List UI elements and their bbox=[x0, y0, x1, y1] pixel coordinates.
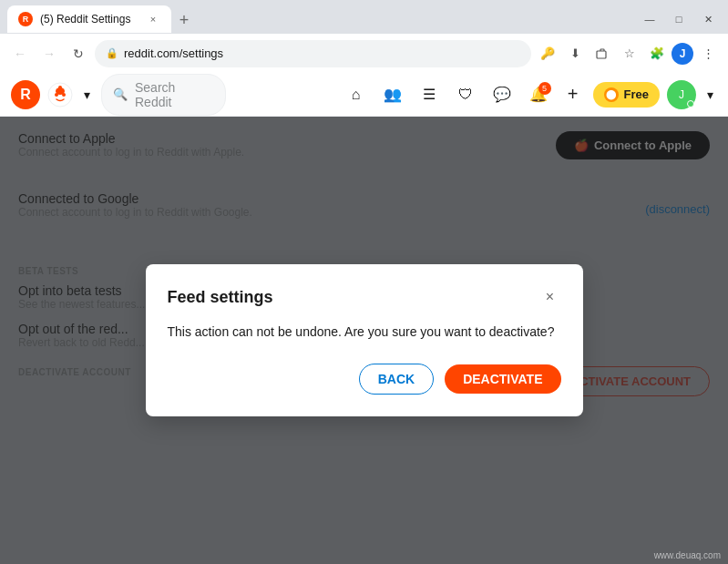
online-indicator bbox=[687, 100, 694, 108]
download-icon[interactable]: ⬇ bbox=[562, 41, 588, 67]
svg-rect-0 bbox=[597, 51, 606, 58]
modal-close-button[interactable]: × bbox=[539, 286, 561, 308]
lock-icon: 🔒 bbox=[106, 47, 118, 59]
tab-close-button[interactable]: × bbox=[146, 12, 160, 26]
extension-icon[interactable]: 🧩 bbox=[644, 41, 670, 67]
new-tab-button[interactable]: + bbox=[171, 7, 197, 33]
premium-coin-icon: ⬤ bbox=[604, 87, 619, 102]
minimize-button[interactable]: — bbox=[637, 10, 662, 28]
window-close-button[interactable]: ✕ bbox=[695, 10, 721, 28]
user-avatar[interactable]: J bbox=[667, 80, 696, 109]
key-icon[interactable]: 🔑 bbox=[535, 41, 560, 67]
watermark: www.deuaq.com bbox=[654, 550, 721, 560]
svg-point-5 bbox=[58, 86, 62, 89]
dropdown-arrow-icon: ▾ bbox=[84, 87, 90, 102]
snoo-icon[interactable] bbox=[47, 82, 73, 108]
browser-menu-button[interactable]: ⋮ bbox=[695, 41, 721, 67]
search-placeholder: Search Reddit bbox=[135, 80, 214, 109]
premium-label: Free bbox=[624, 87, 649, 101]
active-tab[interactable]: R (5) Reddit Settings × bbox=[7, 5, 171, 33]
community-icon[interactable]: 👥 bbox=[378, 80, 407, 109]
modal-header: Feed settings × bbox=[168, 286, 561, 308]
user-dropdown-arrow-icon: ▾ bbox=[707, 87, 713, 102]
back-button[interactable]: ← bbox=[7, 41, 33, 67]
community-dropdown[interactable]: ▾ bbox=[80, 84, 94, 106]
feed-settings-modal: Feed settings × This action can not be u… bbox=[146, 264, 583, 416]
forward-button[interactable]: → bbox=[36, 41, 62, 67]
user-menu-dropdown[interactable]: ▾ bbox=[703, 84, 717, 106]
reddit-logo[interactable]: R bbox=[11, 80, 40, 109]
chat-list-icon[interactable]: ☰ bbox=[415, 80, 444, 109]
shield-icon[interactable]: 🛡 bbox=[451, 80, 480, 109]
premium-button[interactable]: ⬤ Free bbox=[593, 82, 660, 108]
chat-icon[interactable]: 💬 bbox=[487, 80, 517, 109]
bookmark-icon[interactable]: ☆ bbox=[617, 41, 642, 67]
address-text: reddit.com/settings bbox=[124, 46, 520, 60]
share-icon[interactable] bbox=[590, 41, 615, 67]
modal-actions: BACK DEACTIVATE bbox=[168, 364, 561, 395]
page-content: Connect to Apple Connect account to log … bbox=[0, 117, 728, 564]
refresh-button[interactable]: ↻ bbox=[66, 41, 91, 67]
navigation-bar: ← → ↻ 🔒 reddit.com/settings 🔑 ⬇ ☆ 🧩 J ⋮ bbox=[0, 33, 728, 73]
maximize-button[interactable]: □ bbox=[666, 10, 692, 28]
add-post-button[interactable]: + bbox=[560, 82, 586, 108]
tab-title: (5) Reddit Settings bbox=[40, 13, 138, 26]
notification-button[interactable]: 🔔 5 bbox=[524, 80, 553, 109]
modal-title: Feed settings bbox=[168, 288, 273, 307]
notification-badge: 5 bbox=[538, 82, 551, 95]
home-icon[interactable]: ⌂ bbox=[342, 80, 371, 109]
back-button[interactable]: BACK bbox=[359, 364, 434, 395]
search-icon: 🔍 bbox=[113, 87, 128, 101]
address-bar[interactable]: 🔒 reddit.com/settings bbox=[95, 40, 531, 67]
search-bar[interactable]: 🔍 Search Reddit bbox=[101, 74, 226, 116]
modal-body-text: This action can not be undone. Are you s… bbox=[168, 323, 561, 342]
deactivate-button[interactable]: DEACTIVATE bbox=[445, 364, 560, 394]
reddit-toolbar: R ▾ 🔍 Search Reddit ⌂ 👥 ☰ 🛡 💬 🔔 5 + ⬤ Fr… bbox=[0, 73, 728, 117]
modal-overlay: Feed settings × This action can not be u… bbox=[0, 117, 728, 564]
tab-favicon: R bbox=[18, 12, 33, 26]
user-profile-icon[interactable]: J bbox=[672, 43, 693, 65]
avatar-initial: J bbox=[679, 88, 684, 101]
